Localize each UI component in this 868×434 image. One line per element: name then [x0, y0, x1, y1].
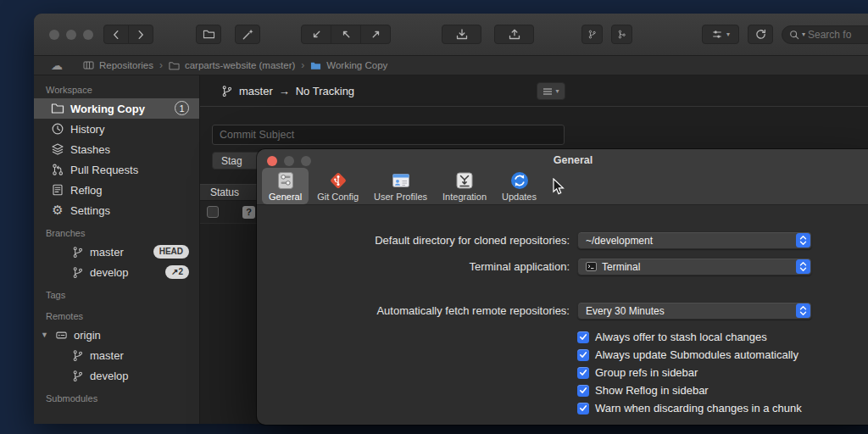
- checkbox-show-reflog[interactable]: Show Reflog in sidebar: [577, 381, 868, 399]
- arrow-right-icon: →: [279, 85, 290, 97]
- cloud-icon[interactable]: ☁: [51, 58, 63, 72]
- reset-button[interactable]: [360, 25, 391, 44]
- breadcrumb-repo[interactable]: carparts-website (master): [185, 60, 295, 70]
- tab-git-config[interactable]: Git Config: [310, 168, 365, 204]
- sidebar-branch-develop[interactable]: develop ↗2: [34, 262, 199, 282]
- sidebar-branch-master[interactable]: master HEAD: [34, 242, 199, 262]
- auto-fetch-popup[interactable]: Every 30 Minutes: [577, 302, 812, 320]
- checkbox-label: Group refs in sidebar: [595, 366, 698, 379]
- branch-label: develop: [90, 370, 129, 382]
- checkbox-checked-icon[interactable]: [577, 331, 589, 343]
- folder-icon: [169, 61, 180, 70]
- remote-server-icon: [55, 329, 68, 342]
- pull-button[interactable]: [442, 25, 481, 44]
- field-label-default-directory: Default directory for cloned repositorie…: [257, 234, 577, 247]
- tab-updates[interactable]: Updates: [495, 168, 543, 204]
- git-branch-icon: [220, 85, 233, 97]
- refresh-button[interactable]: [748, 25, 773, 44]
- commit-button[interactable]: [301, 25, 331, 44]
- terminal-app-popup[interactable]: Terminal: [577, 258, 812, 275]
- preferences-tabs: General Git Config: [262, 168, 543, 204]
- sidebar-remote-branch-develop[interactable]: develop: [34, 365, 199, 386]
- checkbox-checked-icon[interactable]: [577, 367, 589, 379]
- stash-icon: [51, 142, 64, 156]
- ahead-badge: ↗2: [165, 265, 189, 279]
- traffic-lights: [49, 30, 93, 40]
- chevron-right-icon: [135, 29, 147, 41]
- section-label-remotes: Remotes: [34, 303, 199, 325]
- push-button[interactable]: [494, 25, 534, 44]
- checkbox-warn-discard-chunk[interactable]: Warn when discarding changes in a chunk: [577, 399, 868, 417]
- workspace-button[interactable]: [196, 25, 221, 44]
- refresh-icon: [754, 28, 767, 41]
- sidebar-item-reflog[interactable]: Reflog: [34, 180, 199, 200]
- arrow-up-right-icon: [370, 28, 382, 41]
- head-badge: HEAD: [153, 245, 189, 259]
- untracked-status-icon: ?: [242, 206, 255, 219]
- tab-user-profiles[interactable]: User Profiles: [367, 168, 434, 204]
- forward-button[interactable]: [128, 25, 153, 44]
- git-merge-icon: [617, 28, 626, 41]
- minimize-window-button[interactable]: [66, 30, 76, 40]
- checkbox-update-submodules[interactable]: Always update Submodules automatically: [577, 346, 868, 364]
- checkbox-checked-icon[interactable]: [577, 349, 589, 361]
- section-label-branches: Branches: [34, 220, 199, 242]
- git-branch-icon: [587, 28, 597, 41]
- sidebar-item-history[interactable]: History: [34, 119, 199, 139]
- merge-button[interactable]: [611, 25, 632, 44]
- field-label-auto-fetch: Automatically fetch remote repositories:: [257, 304, 577, 317]
- sidebar-item-settings[interactable]: ⚙ Settings: [34, 200, 199, 220]
- current-branch-label: master: [239, 85, 273, 97]
- breadcrumb-repositories[interactable]: Repositories: [99, 60, 153, 70]
- folder-icon: [51, 103, 64, 114]
- breadcrumb: ☁ Repositories › carparts-website (maste…: [34, 56, 868, 75]
- branch-button[interactable]: [581, 25, 603, 44]
- checkbox-checked-icon[interactable]: [577, 385, 589, 397]
- sliders-icon: [711, 29, 723, 40]
- tab-label: General: [269, 192, 302, 202]
- branch-label: develop: [90, 266, 129, 279]
- checkbox-label: Always update Submodules automatically: [595, 348, 798, 361]
- terminal-icon: [586, 262, 597, 271]
- search-field[interactable]: ▾: [782, 25, 868, 44]
- checkbox-stash-local-changes[interactable]: Always offer to stash local changes: [577, 328, 868, 346]
- commit-subject-input[interactable]: [212, 125, 565, 145]
- branch-label: master: [90, 349, 124, 362]
- file-checkbox[interactable]: [207, 206, 219, 218]
- section-label-tags: Tags: [34, 282, 199, 303]
- section-label-workspace: Workspace: [34, 77, 199, 98]
- popup-stepper-icon: [796, 303, 810, 318]
- tab-general[interactable]: General: [262, 168, 309, 204]
- checkbox-checked-icon[interactable]: [577, 403, 589, 415]
- integration-icon: [454, 170, 475, 191]
- checkout-button[interactable]: [331, 25, 361, 44]
- sidebar-remote-origin[interactable]: ▼ origin: [34, 325, 199, 345]
- back-button[interactable]: [103, 25, 129, 44]
- breadcrumb-page[interactable]: Working Copy: [326, 60, 387, 70]
- checkbox-group-refs[interactable]: Group refs in sidebar: [577, 364, 868, 381]
- sidebar-item-label: Settings: [70, 204, 110, 217]
- popup-stepper-icon: [796, 259, 810, 274]
- close-window-button[interactable]: [49, 30, 59, 40]
- sidebar-item-pull-requests[interactable]: Pull Requests: [34, 159, 199, 180]
- hamburger-icon: [542, 87, 553, 96]
- sidebar-remote-branch-master[interactable]: master: [34, 345, 199, 365]
- disclosure-triangle-icon[interactable]: ▼: [41, 331, 49, 339]
- chevron-down-icon: ▾: [726, 31, 730, 38]
- sidebar-item-working-copy[interactable]: Working Copy 1: [34, 98, 199, 119]
- commit-options-dropdown[interactable]: ▾: [537, 82, 565, 100]
- actions-button[interactable]: [235, 25, 260, 44]
- zoom-window-button[interactable]: [83, 30, 93, 40]
- repositories-icon: [83, 60, 94, 70]
- git-branch-icon: [71, 246, 84, 259]
- search-input[interactable]: [808, 29, 868, 41]
- sidebar-item-stashes[interactable]: Stashes: [34, 139, 199, 159]
- tab-integration[interactable]: Integration: [436, 168, 493, 204]
- view-options-dropdown[interactable]: ▾: [702, 25, 739, 44]
- user-profiles-icon: [391, 170, 411, 191]
- status-header-label: Status: [210, 186, 239, 198]
- checkbox-label: Warn when discarding changes in a chunk: [595, 402, 802, 415]
- tab-label: Integration: [442, 192, 487, 202]
- reflog-icon: [51, 183, 64, 197]
- default-directory-popup[interactable]: ~/development: [577, 231, 812, 249]
